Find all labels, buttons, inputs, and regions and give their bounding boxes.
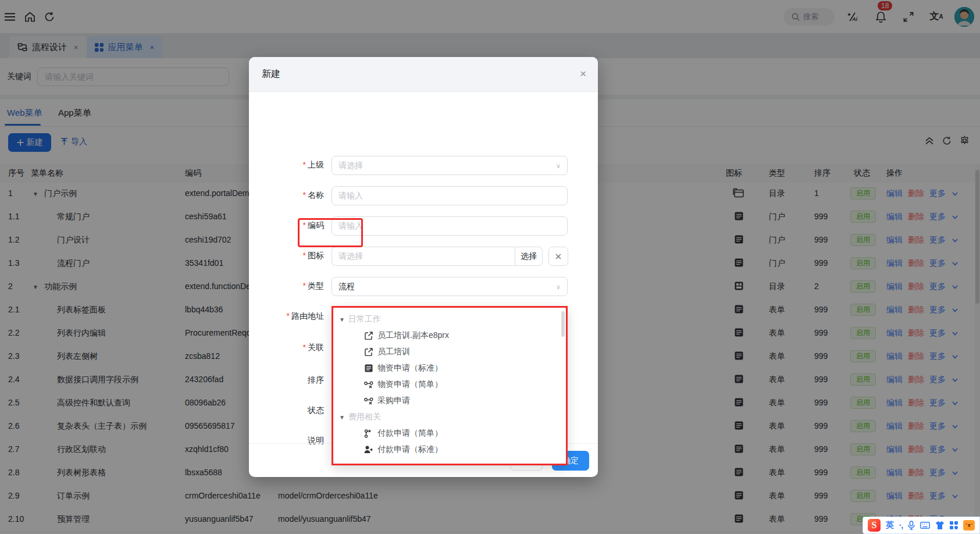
close-icon — [555, 254, 561, 259]
field-label: 图标 — [308, 251, 324, 260]
field-name: *名称 请输入 — [249, 186, 598, 206]
dropdown-group[interactable]: ▼日常工作 — [333, 311, 566, 327]
field-icon: *图标 请选择 选择 — [249, 247, 598, 266]
group-caret-icon: ▼ — [339, 316, 348, 323]
icon-clear-button[interactable] — [548, 247, 568, 266]
dropdown-item[interactable]: 采购申请 — [333, 393, 566, 409]
dropdown-item[interactable]: 员工培训.副本e8prx — [333, 327, 566, 344]
ime-mode-label[interactable]: 英 — [886, 520, 894, 531]
dropdown-scrollbar-thumb[interactable] — [561, 311, 565, 337]
dropdown-item[interactable]: 员工培训 — [333, 344, 566, 360]
skin-shirt-icon[interactable] — [935, 521, 945, 529]
emoji-panel-icon[interactable]: ᵔᴥᵔ — [963, 520, 975, 531]
parent-select[interactable]: 请选择∨ — [332, 156, 568, 175]
flow-share-icon — [364, 380, 373, 390]
toolbox-grid-icon[interactable] — [950, 521, 958, 529]
close-icon[interactable]: × — [580, 67, 586, 80]
field-label: 路由地址 — [291, 311, 324, 321]
user-flow-icon — [364, 445, 373, 455]
icon-choose-button[interactable]: 选择 — [515, 247, 543, 266]
assoc-dropdown: ▼日常工作 员工培训.副本e8prx员工培训物资申请（标准）物资申请（简单）采购… — [332, 306, 568, 465]
icon-input[interactable]: 请选择 — [332, 247, 515, 266]
ime-punct-icon[interactable]: ·, — [899, 521, 903, 530]
field-label: 类型 — [308, 281, 324, 290]
external-link-icon — [364, 347, 373, 357]
modal-header: 新建 × — [249, 57, 598, 92]
branch-icon — [364, 429, 373, 439]
code-input[interactable]: 请输入 — [332, 216, 568, 236]
keyboard-icon[interactable] — [920, 522, 930, 529]
dropdown-item[interactable]: 物资申请（标准） — [333, 360, 566, 376]
type-value: 流程 — [338, 282, 355, 292]
field-parent: *上级 请选择∨ — [249, 156, 598, 176]
field-code: *编码 请输入 — [249, 216, 598, 236]
sogou-logo-icon[interactable]: S — [868, 519, 881, 532]
field-type: *类型 流程∨ — [249, 277, 598, 297]
modal-title: 新建 — [262, 68, 280, 80]
field-label: 编码 — [308, 220, 324, 230]
field-label: 上级 — [308, 160, 324, 169]
microphone-icon[interactable] — [908, 521, 915, 530]
field-label: 说明 — [308, 436, 324, 446]
field-label: 状态 — [308, 405, 324, 416]
type-select[interactable]: 流程∨ — [332, 277, 568, 296]
flow-share-icon — [364, 396, 373, 406]
screen: 搜索 Ai 18 文A 流程设计 × 应用菜单 — [0, 0, 980, 534]
field-label: 名称 — [308, 190, 324, 200]
ime-toolbar: S 英 ·, ᵔᴥᵔ — [863, 517, 980, 534]
chevron-down-icon: ∨ — [556, 162, 561, 170]
external-link-icon — [364, 331, 373, 341]
group-caret-icon: ▼ — [339, 414, 348, 421]
dropdown-group[interactable]: ▼费用相关 — [333, 409, 566, 425]
dropdown-item[interactable]: 物资申请（简单） — [333, 376, 566, 393]
field-label: 关联 — [308, 343, 324, 352]
dropdown-item[interactable]: 付款申请（简单） — [333, 425, 566, 442]
name-input[interactable]: 请输入 — [332, 186, 568, 205]
dropdown-item[interactable]: 付款申请（标准） — [333, 442, 566, 458]
field-label: 排序 — [308, 375, 324, 386]
chevron-down-icon: ∨ — [556, 283, 561, 291]
form-icon — [364, 364, 373, 373]
